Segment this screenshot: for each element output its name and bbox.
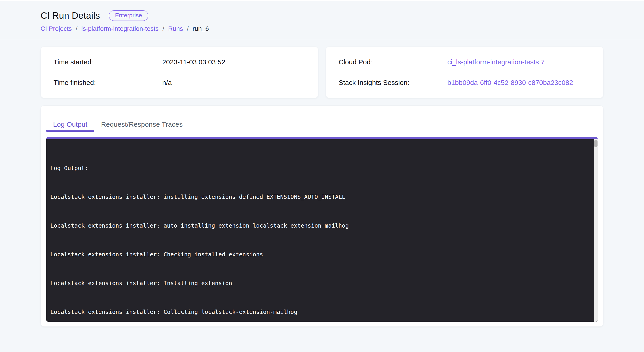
- time-finished-value: n/a: [162, 79, 172, 87]
- log-line: Localstack extensions installer: Checkin…: [50, 250, 588, 259]
- log-output-terminal: Log Output: Localstack extensions instal…: [46, 137, 598, 322]
- enterprise-badge: Enterprise: [109, 10, 148, 21]
- stack-insights-row: Stack Insights Session: b1bb09da-6ff0-4c…: [339, 79, 599, 87]
- log-output-text[interactable]: Log Output: Localstack extensions instal…: [46, 139, 598, 322]
- page-title: CI Run Details: [40, 11, 100, 21]
- time-started-value: 2023-11-03 03:03:52: [162, 58, 225, 66]
- run-links-card: Cloud Pod: ci_ls-platform-integration-te…: [326, 47, 604, 98]
- run-output-panel: Log Output Request/Response Traces Log O…: [40, 105, 604, 327]
- tab-log-output[interactable]: Log Output: [46, 117, 94, 132]
- run-times-card: Time started: 2023-11-03 03:03:52 Time f…: [40, 47, 318, 98]
- breadcrumb: CI Projects / ls-platform-integration-te…: [40, 25, 604, 32]
- log-line: Localstack extensions installer: Collect…: [50, 307, 588, 317]
- stack-insights-label: Stack Insights Session:: [339, 79, 447, 87]
- breadcrumb-separator: /: [162, 25, 164, 32]
- stack-insights-session-link[interactable]: b1bb09da-6ff0-4c52-8930-c870ba23c082: [447, 79, 573, 87]
- log-line: Localstack extensions installer: install…: [50, 192, 588, 202]
- time-started-row: Time started: 2023-11-03 03:03:52: [54, 58, 314, 66]
- time-started-label: Time started:: [54, 58, 162, 66]
- log-line: Localstack extensions installer: auto in…: [50, 221, 588, 231]
- cloud-pod-row: Cloud Pod: ci_ls-platform-integration-te…: [339, 58, 599, 66]
- cloud-pod-link[interactable]: ci_ls-platform-integration-tests:7: [447, 58, 545, 66]
- breadcrumb-link-ci-projects[interactable]: CI Projects: [40, 25, 72, 32]
- page-content: Time started: 2023-11-03 03:03:52 Time f…: [0, 39, 644, 327]
- terminal-accent-bar: [46, 137, 598, 139]
- breadcrumb-current-run: run_6: [192, 25, 209, 32]
- time-finished-label: Time finished:: [54, 79, 162, 87]
- log-scrollbar-thumb[interactable]: [594, 140, 598, 147]
- log-line: Log Output:: [50, 163, 588, 173]
- breadcrumb-link-project[interactable]: ls-platform-integration-tests: [81, 25, 158, 32]
- breadcrumb-separator: /: [187, 25, 189, 32]
- time-finished-row: Time finished: n/a: [54, 79, 314, 87]
- breadcrumb-separator: /: [76, 25, 78, 32]
- log-scrollbar-track[interactable]: [594, 139, 598, 322]
- breadcrumb-link-runs[interactable]: Runs: [168, 25, 183, 32]
- tab-request-response-traces[interactable]: Request/Response Traces: [94, 117, 189, 132]
- log-line: Localstack extensions installer: Install…: [50, 278, 588, 288]
- output-tabs: Log Output Request/Response Traces: [46, 106, 598, 132]
- page-header: CI Run Details Enterprise CI Projects / …: [0, 1, 644, 32]
- cloud-pod-label: Cloud Pod:: [339, 58, 447, 66]
